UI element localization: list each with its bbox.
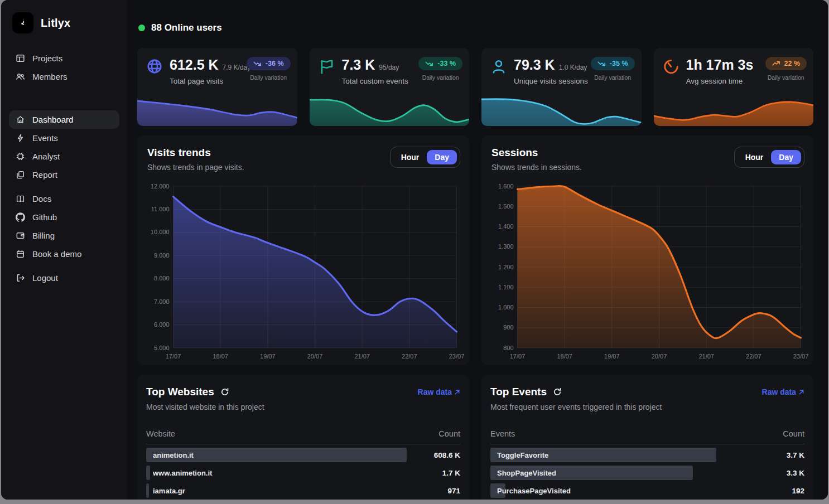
- table-title: Top Websites: [146, 386, 214, 398]
- svg-text:7.000: 7.000: [154, 298, 170, 305]
- sidebar: Litlyx Projects Members Dashboar: [1, 0, 127, 500]
- app-name: Litlyx: [41, 17, 70, 30]
- svg-text:1.400: 1.400: [498, 223, 514, 230]
- raw-data-link[interactable]: Raw data: [418, 387, 460, 396]
- sidebar-item-analyst[interactable]: Analyst: [9, 147, 119, 166]
- sidebar-item-label: Members: [32, 72, 68, 81]
- column-header-right: Count: [783, 429, 804, 438]
- sidebar-item-billing[interactable]: Billing: [9, 226, 119, 245]
- variation-label: Daily variation: [250, 74, 287, 81]
- table-row[interactable]: ToggleFavorite 3.7 K: [490, 448, 804, 462]
- trend-up-icon: [772, 61, 780, 66]
- sidebar-item-label: Projects: [32, 54, 62, 63]
- column-header-right: Count: [438, 429, 460, 438]
- refresh-icon[interactable]: [220, 387, 229, 396]
- svg-text:19/07: 19/07: [604, 353, 620, 360]
- app-window: Litlyx Projects Members Dashboar: [1, 0, 828, 500]
- sidebar-item-projects[interactable]: Projects: [9, 49, 119, 67]
- variation-badge: -35 %: [591, 57, 635, 70]
- chart-subtitle: Shows trends in sessions.: [491, 163, 582, 172]
- tables-row: Top Websites Raw data Most visited websi…: [137, 375, 813, 500]
- table-row[interactable]: animetion.it 608.6 K: [146, 448, 460, 462]
- svg-text:17/07: 17/07: [510, 353, 526, 360]
- flag-icon: [319, 58, 335, 75]
- stat-value: 7.3 K: [342, 57, 375, 73]
- sidebar-item-dashboard[interactable]: Dashboard: [9, 110, 119, 129]
- toggle-hour-button[interactable]: Hour: [738, 150, 772, 164]
- book-icon: [16, 194, 25, 203]
- column-header-left: Events: [490, 429, 515, 438]
- sidebar-item-github[interactable]: Github: [9, 208, 119, 226]
- svg-text:12.000: 12.000: [151, 183, 170, 190]
- svg-text:21/07: 21/07: [698, 353, 714, 360]
- stat-label: Unique visits sessions: [514, 77, 588, 85]
- trend-down-icon: [253, 61, 262, 66]
- copy-icon: [16, 170, 25, 180]
- table-row[interactable]: PurchasePageVisited 192: [490, 483, 804, 498]
- table-row[interactable]: ShopPageVisited 3.3 K: [490, 466, 804, 480]
- stat-value: 1h 17m 3s: [686, 57, 754, 73]
- chart-title: Sessions: [491, 147, 582, 159]
- litlyx-logo-icon: [12, 12, 33, 33]
- sidebar-item-label: Logout: [32, 273, 58, 283]
- credit-card-icon: [16, 231, 25, 240]
- svg-text:11.000: 11.000: [151, 206, 170, 212]
- sidebar-item-docs[interactable]: Docs: [9, 190, 119, 208]
- sidebar-item-members[interactable]: Members: [9, 67, 119, 86]
- svg-text:1.200: 1.200: [498, 264, 514, 270]
- row-bar: [146, 483, 149, 498]
- stat-rate: 95/day: [379, 64, 399, 71]
- zap-icon: [16, 133, 25, 143]
- svg-text:18/07: 18/07: [213, 353, 228, 360]
- trend-down-icon: [597, 61, 606, 66]
- toggle-day-button[interactable]: Day: [427, 150, 457, 164]
- chart-title: Visits trends: [147, 147, 244, 159]
- sidebar-item-label: Report: [32, 170, 57, 180]
- refresh-icon[interactable]: [553, 387, 562, 396]
- sidebar-item-label: Dashboard: [32, 115, 73, 124]
- svg-text:23/07: 23/07: [449, 353, 465, 360]
- external-link-icon: [454, 389, 460, 395]
- svg-text:10.000: 10.000: [151, 229, 170, 235]
- variation-label: Daily variation: [594, 74, 631, 81]
- svg-text:18/07: 18/07: [557, 353, 572, 360]
- sidebar-item-logout[interactable]: Logout: [9, 269, 119, 287]
- svg-text:800: 800: [503, 345, 513, 351]
- visits-trends-card: Visits trends Shows trends in page visit…: [137, 135, 469, 365]
- table-subtitle: Most frequent user events triggered in t…: [490, 403, 804, 411]
- globe-icon: [146, 58, 163, 75]
- logout-icon: [16, 273, 25, 283]
- stat-value: 79.3 K: [514, 57, 555, 73]
- sidebar-item-events[interactable]: Events: [9, 129, 119, 147]
- table-row[interactable]: iamata.gr 971: [146, 483, 460, 498]
- svg-text:1.000: 1.000: [498, 304, 514, 311]
- calendar-icon: [16, 249, 25, 259]
- visits-trends-chart: 12.00011.00010.0009.0008.0007.0006.0005.…: [147, 181, 460, 362]
- svg-text:9.000: 9.000: [154, 252, 170, 259]
- online-status-dot: [138, 25, 145, 31]
- divider: [490, 444, 804, 444]
- svg-text:6.000: 6.000: [154, 321, 170, 328]
- raw-data-link[interactable]: Raw data: [762, 387, 804, 396]
- svg-text:1.300: 1.300: [498, 243, 514, 250]
- stat-value: 612.5 K: [170, 57, 219, 73]
- sidebar-item-book-a-demo[interactable]: Book a demo: [9, 245, 119, 263]
- svg-text:1.600: 1.600: [498, 183, 514, 190]
- session-time-sparkline: [654, 93, 814, 126]
- home-icon: [16, 115, 25, 124]
- sidebar-item-label: Book a demo: [32, 249, 81, 259]
- trend-down-icon: [425, 61, 433, 66]
- toggle-hour-button[interactable]: Hour: [393, 150, 427, 164]
- svg-text:900: 900: [503, 324, 513, 331]
- stat-card-unique-sessions: 79.3 K 1.0 K/day Unique visits sessions …: [481, 48, 642, 126]
- stat-card-session-time: 1h 17m 3s Avg session time 22 % Daily va…: [654, 48, 814, 126]
- sidebar-item-report[interactable]: Report: [9, 166, 119, 184]
- sidebar-item-label: Docs: [32, 194, 51, 203]
- user-icon: [490, 58, 507, 75]
- custom-events-sparkline: [310, 93, 470, 126]
- users-icon: [16, 72, 25, 81]
- table-row[interactable]: www.animetion.it 1.7 K: [146, 466, 460, 480]
- variation-label: Daily variation: [422, 74, 459, 81]
- sidebar-item-label: Billing: [32, 231, 55, 240]
- toggle-day-button[interactable]: Day: [771, 150, 801, 164]
